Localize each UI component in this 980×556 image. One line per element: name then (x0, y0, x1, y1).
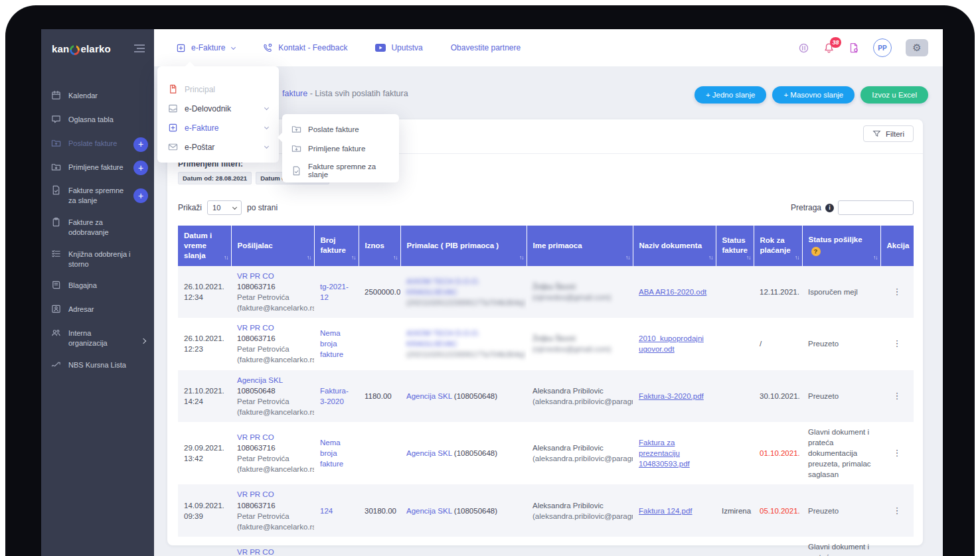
column-header-primalac-pib-primaoca[interactable]: Primalac ( PIB primaoca )↑↓ (400, 226, 527, 266)
sidebar-toggle-icon[interactable] (134, 42, 145, 54)
submenu-item-primljene-fakture[interactable]: Primljene fakture (282, 139, 399, 158)
row-actions-menu-icon[interactable]: ⋮ (886, 338, 908, 350)
notifications-bell-icon[interactable]: 38 (823, 42, 835, 54)
sender-link[interactable]: VR PR CO (237, 433, 274, 441)
menu-item-e-delovodnik[interactable]: e-Delovodnik (157, 99, 279, 118)
column-header-broj-fakture[interactable]: Broj fakture↑↓ (314, 226, 359, 266)
add-icon[interactable]: + (133, 161, 148, 175)
column-header-po-iljalac[interactable]: Pošiljalac↑↓ (231, 226, 314, 266)
sidebar-item-nbs-kursna-lista[interactable]: NBS Kursna Lista (41, 354, 154, 378)
submenu-item-poslate-fakture[interactable]: Poslate fakture (282, 119, 399, 139)
settings-gear-icon[interactable]: ⚙ (906, 39, 928, 56)
logo-c-icon (70, 45, 80, 55)
export-excel-button[interactable]: Izvoz u Excel (860, 86, 928, 104)
document-link[interactable]: Faktura 124.pdf (639, 507, 693, 515)
sidebar-item-oglasna-tabla[interactable]: Oglasna tabla (41, 109, 154, 133)
document-report-icon[interactable] (849, 42, 859, 53)
menu-item-e-po-tar[interactable]: e-Poštar (157, 137, 279, 157)
sidebar-item-kalendar[interactable]: Kalendar (41, 85, 154, 109)
column-header-status-po-iljke[interactable]: Status pošiljke?↑↓ (802, 226, 880, 266)
page-size-select[interactable]: 10 (207, 200, 242, 215)
invoice-number-link[interactable]: 124 (320, 507, 333, 515)
mass-send-button[interactable]: + Masovno slanje (772, 86, 855, 104)
cell-recipient-name: Aleksandra Pribilovic(aleksandra.pribilo… (527, 370, 633, 422)
cell-recipient-name: Aleksandra Pribilovic(aleksandra.pribilo… (527, 484, 633, 536)
sidebar-item-adresar[interactable]: Adresar (41, 299, 154, 322)
sidebar-item-knji-na-odobrenja-i-storno[interactable]: Knjižna odobrenja i storno (41, 243, 154, 275)
recipient-link[interactable]: AXIOM TECH D.O.O. KRAGUJEVAC (406, 329, 479, 348)
cell-recipient-name: Aleksandra Pribilovic(aleksandra.pribilo… (527, 537, 633, 556)
row-actions-menu-icon[interactable]: ⋮ (886, 286, 908, 298)
applied-filters: Primenjeni filteri: Datum od: 28.08.2021… (167, 154, 923, 184)
cell-recipient-name: Željka Škorić(njirnedos@gmail.com) (527, 318, 633, 370)
topnav-kontakt-feedback[interactable]: Kontakt - Feedback (263, 43, 347, 53)
cell-amount (359, 318, 400, 370)
help-icon[interactable]: ? (811, 247, 821, 256)
topnav-obavestite-partnere[interactable]: Obavestite partnere (451, 43, 521, 52)
document-link[interactable]: Faktura-3-2020.pdf (639, 392, 704, 400)
funnel-icon (872, 129, 881, 138)
recipient-link[interactable]: Agencija SKL (406, 392, 452, 400)
user-avatar[interactable]: PP (873, 38, 892, 57)
table-row: 14.09.2021.09:33VR PR CO 108063716Petar … (178, 537, 914, 556)
column-header-rok-za-pla-anje[interactable]: Rok za plaćanje↑↓ (754, 226, 802, 266)
chevron-down-icon (264, 105, 269, 110)
sidebar-item-primljene-fakture[interactable]: Primljene fakture+ (41, 157, 154, 180)
recipient-link[interactable]: Agencija SKL (406, 507, 452, 515)
sidebar-item-interna-organizacija[interactable]: Interna organizacija (41, 322, 154, 354)
topnav-e-fakture[interactable]: e-Fakture (176, 43, 235, 53)
invoice-number-link[interactable]: tg-2021-12 (320, 283, 349, 301)
search-control: Pretraga i (791, 200, 914, 215)
breadcrumb-link[interactable]: fakture (282, 89, 307, 98)
menu-item-principal[interactable]: Principal (157, 80, 279, 99)
column-header-iznos[interactable]: Iznos↑↓ (359, 226, 400, 266)
row-actions-menu-icon[interactable]: ⋮ (886, 390, 908, 402)
recipient-link[interactable]: AXIOM TECH D.O.O. KRAGUJEVAC (406, 277, 479, 296)
chevron-right-icon (141, 336, 145, 346)
currency-icon[interactable] (798, 42, 809, 54)
column-header-naziv-dokumenta[interactable]: Naziv dokumenta↑↓ (633, 226, 716, 266)
add-icon[interactable]: + (133, 137, 148, 152)
cell-invoice-number: tg-2021-12 (314, 266, 359, 318)
invoice-number-link[interactable]: Faktura-3-2020 (320, 387, 349, 405)
sender-link[interactable]: VR PR CO (237, 490, 274, 498)
sender-link[interactable]: VR PR CO (237, 272, 274, 280)
filters-button[interactable]: Filteri (863, 125, 914, 142)
add-icon[interactable]: + (133, 188, 148, 203)
document-link[interactable]: Faktura za prezentaciju 104830593.pdf (639, 439, 690, 468)
single-send-button[interactable]: + Jedno slanje (694, 86, 767, 104)
row-actions-menu-icon[interactable]: ⋮ (886, 447, 908, 459)
sender-link[interactable]: Agencija SKL (237, 376, 283, 384)
row-actions-menu-icon[interactable]: ⋮ (886, 505, 908, 517)
column-header-datum-i-vreme-slanja[interactable]: Datum i vreme slanja↑↓ (178, 226, 231, 266)
column-header-ime-primaoca[interactable]: Ime primaoca↑↓ (527, 226, 633, 266)
cell-invoice-number: 123 (314, 537, 359, 556)
board-icon (51, 114, 61, 127)
search-input[interactable] (838, 200, 914, 215)
recipient-link[interactable]: Agencija SKL (406, 449, 452, 457)
sidebar-item-blagajna[interactable]: Blagajna (41, 275, 154, 299)
cell-datetime: 21.10.2021.14:24 (178, 370, 231, 422)
document-link[interactable]: 2010_kupoprodajni ugovor.odt (639, 334, 704, 353)
sender-link[interactable]: VR PR CO (237, 324, 274, 332)
invoice-number-link[interactable]: Nema broja fakture (320, 439, 343, 468)
sender-link[interactable]: VR PR CO (237, 548, 274, 556)
sidebar-item-fakture-za-odobravanje[interactable]: Fakture za odobravanje (41, 212, 154, 243)
submenu-item-fakture-spremne-za-slanje[interactable]: Fakture spremne za slanje (282, 158, 399, 183)
table-row: 26.10.2021.12:34VR PR CO 108063716Petar … (178, 266, 914, 318)
menu-item-e-fakture[interactable]: e-Fakture (157, 118, 279, 137)
cell-sender: VR PR CO 108063716Petar Petrovića(faktur… (231, 484, 314, 536)
envelope-icon (168, 142, 178, 152)
clipboard-icon (51, 217, 61, 230)
document-link[interactable]: ABA AR16-2020.odt (639, 288, 706, 296)
column-header-status-fakture[interactable]: Status fakture↑↓ (716, 226, 754, 266)
cell-document: Faktura 124.pdf (633, 484, 716, 536)
sidebar-item-poslate-fakture[interactable]: Poslate fakture+ (41, 133, 154, 157)
cell-amount: 2500000.00 (359, 266, 400, 318)
sidebar-item-fakture-spremne-za-slanje[interactable]: Fakture spremne za slanje+ (41, 180, 154, 212)
invoice-number-link[interactable]: Nema broja fakture (320, 329, 343, 358)
folder-up-icon (291, 124, 301, 134)
cell-amount (359, 422, 400, 484)
cell-datetime: 29.09.2021.13:42 (178, 422, 231, 484)
topnav-uputstva[interactable]: Uputstva (375, 43, 422, 52)
